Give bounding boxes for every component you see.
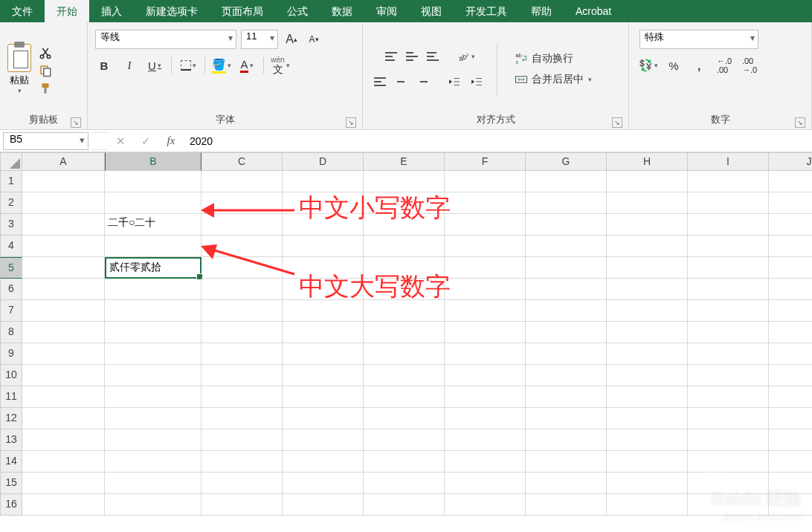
cell-H14[interactable] xyxy=(607,451,688,473)
row-header-11[interactable]: 11 xyxy=(0,386,22,408)
cell-G10[interactable] xyxy=(526,365,607,386)
row-header-4[interactable]: 4 xyxy=(0,236,22,257)
cell-F1[interactable] xyxy=(445,171,526,192)
cell-G3[interactable] xyxy=(526,214,607,236)
align-middle-icon[interactable] xyxy=(404,49,420,64)
cell-I6[interactable] xyxy=(688,279,769,300)
row-header-13[interactable]: 13 xyxy=(0,429,22,451)
cell-A4[interactable] xyxy=(22,236,105,257)
cell-E13[interactable] xyxy=(364,429,445,451)
cell-J7[interactable] xyxy=(769,300,812,322)
name-box[interactable]: B5 xyxy=(3,132,88,150)
row-header-12[interactable]: 12 xyxy=(0,408,22,429)
cell-E16[interactable] xyxy=(364,494,445,516)
cell-E10[interactable] xyxy=(364,365,445,386)
number-launcher-icon[interactable]: ↘ xyxy=(795,117,805,128)
cell-H9[interactable] xyxy=(607,343,688,365)
cell-F2[interactable] xyxy=(445,192,526,214)
cell-G15[interactable] xyxy=(526,473,607,494)
cell-F16[interactable] xyxy=(445,494,526,516)
cell-J14[interactable] xyxy=(769,451,812,473)
decrease-decimal-icon[interactable]: .00→.0 xyxy=(741,56,758,74)
tab-insert[interactable]: 插入 xyxy=(89,0,134,22)
cell-F4[interactable] xyxy=(445,236,526,257)
cell-I10[interactable] xyxy=(688,365,769,386)
cell-I9[interactable] xyxy=(688,343,769,365)
cell-E1[interactable] xyxy=(364,171,445,192)
tab-newtab[interactable]: 新建选项卡 xyxy=(134,0,210,22)
cell-A5[interactable] xyxy=(22,257,105,279)
align-top-icon[interactable] xyxy=(383,49,399,64)
cell-C16[interactable] xyxy=(202,494,283,516)
cell-J12[interactable] xyxy=(769,408,812,429)
cell-A12[interactable] xyxy=(22,408,105,429)
cell-G13[interactable] xyxy=(526,429,607,451)
cell-D4[interactable] xyxy=(283,236,364,257)
alignment-launcher-icon[interactable]: ↘ xyxy=(612,117,622,128)
cell-F8[interactable] xyxy=(445,322,526,343)
cell-I5[interactable] xyxy=(688,257,769,279)
cell-G16[interactable] xyxy=(526,494,607,516)
cell-G2[interactable] xyxy=(526,192,607,214)
cell-B6[interactable] xyxy=(105,279,202,300)
phonetic-guide-button[interactable]: wén文 xyxy=(271,56,289,74)
cell-A13[interactable] xyxy=(22,429,105,451)
cell-H2[interactable] xyxy=(607,192,688,214)
decrease-indent-icon[interactable] xyxy=(446,73,464,91)
tab-help[interactable]: 帮助 xyxy=(519,0,564,22)
cell-E11[interactable] xyxy=(364,386,445,408)
italic-button[interactable]: I xyxy=(120,56,138,74)
cell-C6[interactable] xyxy=(202,279,283,300)
cell-J10[interactable] xyxy=(769,365,812,386)
cell-E8[interactable] xyxy=(364,322,445,343)
align-right-icon[interactable] xyxy=(413,74,430,89)
cell-B14[interactable] xyxy=(105,451,202,473)
cell-B12[interactable] xyxy=(105,408,202,429)
column-header-A[interactable]: A xyxy=(22,152,105,171)
column-header-E[interactable]: E xyxy=(364,152,445,171)
cell-J2[interactable] xyxy=(769,192,812,214)
cell-B3[interactable]: 二千○二十 xyxy=(105,214,202,236)
column-header-J[interactable]: J xyxy=(769,152,812,171)
row-header-3[interactable]: 3 xyxy=(0,214,22,236)
column-header-G[interactable]: G xyxy=(526,152,607,171)
tab-home[interactable]: 开始 xyxy=(45,0,89,22)
cell-G7[interactable] xyxy=(526,300,607,322)
cell-I7[interactable] xyxy=(688,300,769,322)
cell-F3[interactable] xyxy=(445,214,526,236)
cell-H7[interactable] xyxy=(607,300,688,322)
underline-button[interactable]: U xyxy=(146,56,164,74)
bold-button[interactable]: B xyxy=(95,56,113,74)
cell-H6[interactable] xyxy=(607,279,688,300)
column-header-D[interactable]: D xyxy=(283,152,364,171)
cell-H11[interactable] xyxy=(607,386,688,408)
cell-G9[interactable] xyxy=(526,343,607,365)
cell-C3[interactable] xyxy=(202,214,283,236)
cell-F6[interactable] xyxy=(445,279,526,300)
row-header-5[interactable]: 5 xyxy=(0,257,22,279)
row-header-9[interactable]: 9 xyxy=(0,343,22,365)
cell-F9[interactable] xyxy=(445,343,526,365)
decrease-font-icon[interactable]: A▾ xyxy=(305,30,323,48)
row-header-7[interactable]: 7 xyxy=(0,300,22,322)
cell-J9[interactable] xyxy=(769,343,812,365)
tab-pagelayout[interactable]: 页面布局 xyxy=(210,0,275,22)
cell-H10[interactable] xyxy=(607,365,688,386)
align-center-icon[interactable] xyxy=(393,74,409,89)
font-size-select[interactable]: 11 xyxy=(241,30,278,49)
cell-C9[interactable] xyxy=(202,343,283,365)
font-launcher-icon[interactable]: ↘ xyxy=(346,117,356,128)
tab-formulas[interactable]: 公式 xyxy=(275,0,320,22)
cell-F14[interactable] xyxy=(445,451,526,473)
accounting-format-button[interactable]: 💱 xyxy=(639,56,657,74)
row-header-1[interactable]: 1 xyxy=(0,171,22,192)
cell-J11[interactable] xyxy=(769,386,812,408)
row-header-8[interactable]: 8 xyxy=(0,322,22,343)
cell-D12[interactable] xyxy=(283,408,364,429)
cell-H16[interactable] xyxy=(607,494,688,516)
cell-C14[interactable] xyxy=(202,451,283,473)
cancel-icon[interactable]: ✕ xyxy=(108,134,133,148)
cell-F15[interactable] xyxy=(445,473,526,494)
cell-I4[interactable] xyxy=(688,236,769,257)
cell-D9[interactable] xyxy=(283,343,364,365)
